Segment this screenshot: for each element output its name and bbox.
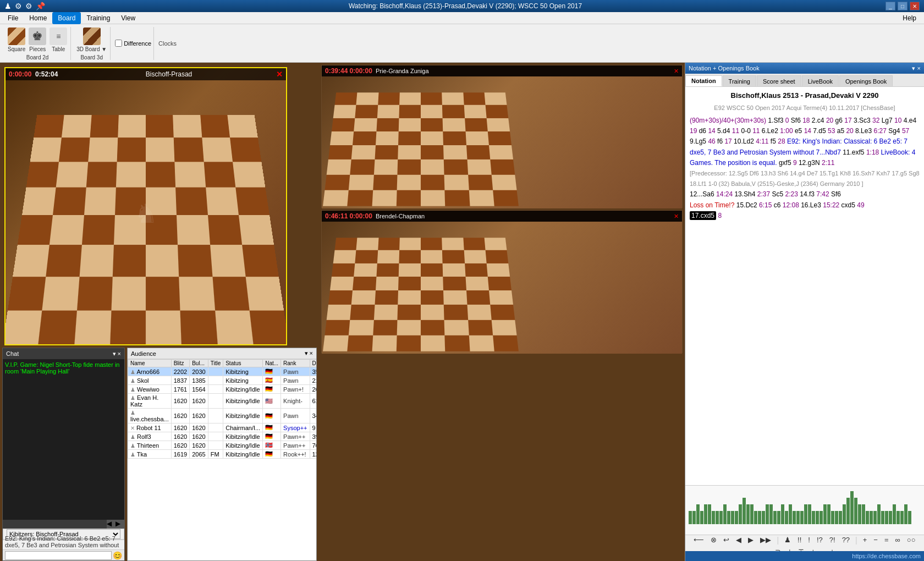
move-1sf3[interactable]: 1.Sf3 [768, 117, 783, 124]
menu-home[interactable]: Home [24, 12, 52, 24]
main-chess-board[interactable]: ♞ [6, 68, 286, 344]
square-button[interactable]: Square [7, 26, 26, 53]
audience-row[interactable]: ♟ Thirteen 1620 1620 Kibitzing/Idle 🇳🇴 P… [128, 441, 317, 450]
menu-help[interactable]: Help [897, 12, 922, 24]
audience-row[interactable]: ♟ Wewiwo 1761 1564 Kibitzing/Idle 🇩🇪 Paw… [128, 385, 317, 394]
gear-icon[interactable]: ⚙ [15, 2, 22, 10]
pieces-button[interactable]: ♚ Pieces [28, 26, 47, 53]
emoji-button[interactable]: 😊 [113, 551, 122, 560]
move-10ld2[interactable]: 10.Ld2 [734, 138, 754, 145]
audience-row[interactable]: ♟ Skol 1837 1385 Kibitzing 🇪🇸 Pawn 2194 [128, 376, 317, 385]
move-sg4[interactable]: Sg4 [888, 127, 900, 135]
audience-row[interactable]: ♟ live.chessba... 1620 1620 Kibitzing/Id… [128, 409, 317, 424]
nav-back-var[interactable]: ↩ [721, 535, 732, 544]
mini-chess-board-1[interactable] [322, 76, 682, 208]
close-button[interactable]: ✕ [910, 2, 920, 10]
table-button[interactable]: ≡ Table [48, 26, 68, 53]
move-a5[interactable]: a5 [837, 127, 844, 135]
eval-plus[interactable]: + [861, 535, 870, 544]
move-oo[interactable]: 0-0 [741, 127, 750, 135]
nav-last[interactable]: ▶▶ [758, 535, 773, 544]
eval-equal[interactable]: = [882, 535, 891, 544]
audience-row[interactable]: ✕ Robot 11 1620 1620 Chairman/I... 🇩🇪 Sy… [128, 424, 317, 432]
move-5d4[interactable]: 5.d4 [717, 127, 730, 135]
nav-prev[interactable]: ◀ [734, 535, 744, 544]
move-e5[interactable]: e5 [795, 127, 802, 135]
move-12sa6[interactable]: 12...Sa6 [690, 190, 714, 198]
nav-delete[interactable]: ⊗ [708, 535, 719, 544]
main-board-close[interactable]: ✕ [276, 70, 283, 79]
mini-1-close[interactable]: ✕ [674, 68, 679, 75]
move-15dc2[interactable]: 15.Dc2 [734, 201, 757, 209]
audience-cell-status: Kibitzing [223, 367, 263, 376]
move-g6[interactable]: g6 [835, 117, 843, 124]
ann-quest-exclaim[interactable]: !? [815, 535, 825, 544]
menu-file[interactable]: File [2, 12, 24, 24]
ann-pawn[interactable]: ♟ [782, 535, 793, 544]
move-9lg5[interactable]: 9.Lg5 [690, 138, 706, 145]
eval-bar-segment [850, 491, 854, 524]
tab-training[interactable]: Training [723, 75, 756, 86]
move-lg7[interactable]: Lg7 [882, 117, 893, 124]
tab-notation[interactable]: Notation [685, 75, 722, 86]
mini-2-close[interactable]: ✕ [674, 213, 679, 220]
minimize-button[interactable]: _ [886, 2, 895, 10]
audience-cell-bullet: 2030 [190, 367, 208, 376]
chat-scrollbar-right[interactable]: ▶ [116, 520, 124, 529]
nav-first[interactable]: ⟵ [691, 535, 706, 544]
audience-row[interactable]: ♟ Evan H. Katz 1620 1620 Kibitzing/Idle … [128, 394, 317, 409]
tab-livebook[interactable]: LiveBook [802, 75, 839, 86]
difference-checkbox[interactable] [115, 40, 122, 47]
menu-view[interactable]: View [116, 12, 141, 24]
ann-exclaim[interactable]: ! [806, 535, 812, 544]
move-c4[interactable]: 2.c4 [812, 117, 824, 124]
move-gxf5[interactable]: gxf5 [779, 159, 791, 167]
move-6le2[interactable]: 6.Le2 [762, 127, 778, 135]
move-d6[interactable]: d6 [699, 127, 706, 135]
ann-exclaim2[interactable]: !! [795, 535, 804, 544]
restore-button[interactable]: □ [898, 2, 908, 10]
move-8le3[interactable]: 8.Le3 [855, 127, 872, 135]
move-7d5[interactable]: 7.d5 [813, 127, 826, 135]
move-sf6-2[interactable]: Sf6 [831, 190, 841, 198]
difference-checkbox-container[interactable]: Difference [115, 40, 151, 47]
board3d-button[interactable]: 3D Board ▼ [75, 26, 108, 53]
audience-row[interactable]: ♟ Arno666 2202 2030 Kibitzing 🇩🇪 Pawn 35… [128, 367, 317, 376]
tab-openings-book[interactable]: Openings Book [839, 75, 893, 86]
move-c6[interactable]: c6 [774, 201, 781, 209]
move-4e4[interactable]: 4.e4 [904, 117, 916, 124]
move-sc5[interactable]: Sc5 [772, 190, 784, 198]
chat-input[interactable] [5, 551, 112, 560]
pin-icon[interactable]: 📌 [36, 2, 45, 10]
audience-row[interactable]: ♟ Tka 1619 2065 FM Kibitzing/Idle 🇩🇪 Roo… [128, 450, 317, 459]
mini-chess-board-2[interactable] [322, 222, 682, 354]
website-url[interactable]: https://de.chessbase.com [852, 553, 921, 559]
ann-exclaim-quest[interactable]: ?! [827, 535, 838, 544]
move-sf6[interactable]: Sf6 [791, 117, 801, 124]
nav-next[interactable]: ▶ [746, 535, 756, 544]
move-14f3[interactable]: 14.f3 [800, 190, 815, 198]
chat-collapse-btn[interactable]: ▾ × [113, 350, 121, 358]
eval-inf[interactable]: ∞ [893, 535, 903, 544]
ann-quest2[interactable]: ?? [840, 535, 852, 544]
move-3sc3[interactable]: 3.Sc3 [854, 117, 871, 124]
eval-oo[interactable]: ○○ [905, 535, 918, 544]
move-f6[interactable]: f6 [717, 138, 723, 145]
move-cxd5[interactable]: cxd5 [842, 201, 855, 209]
menu-training[interactable]: Training [81, 12, 116, 24]
tab-score-sheet[interactable]: Score sheet [757, 75, 801, 86]
audience-collapse-btn[interactable]: ▾ × [305, 350, 313, 357]
settings2-icon[interactable]: ⚙ [25, 2, 32, 10]
move-12g3n[interactable]: 12.g3N [799, 159, 820, 167]
move-17cxd5-current[interactable]: 17.cxd5 [690, 211, 716, 220]
menu-board[interactable]: Board [52, 12, 81, 24]
move-16le3[interactable]: 16.Le3 [801, 201, 821, 209]
chat-scrollbar-left[interactable]: ◀ [107, 520, 116, 529]
move-13sh4[interactable]: 13.Sh4 [734, 190, 755, 198]
audience-row[interactable]: ♟ Rolf3 1620 1620 Kibitzing/Idle 🇩🇪 Pawn… [128, 432, 317, 441]
move-f5[interactable]: f5 [771, 138, 776, 145]
notation-collapse-btn[interactable]: ▾ [912, 65, 915, 72]
move-11exf5[interactable]: 11.exf5 [843, 148, 864, 156]
eval-minus[interactable]: − [871, 535, 880, 544]
notation-close-btn[interactable]: × [917, 65, 921, 72]
